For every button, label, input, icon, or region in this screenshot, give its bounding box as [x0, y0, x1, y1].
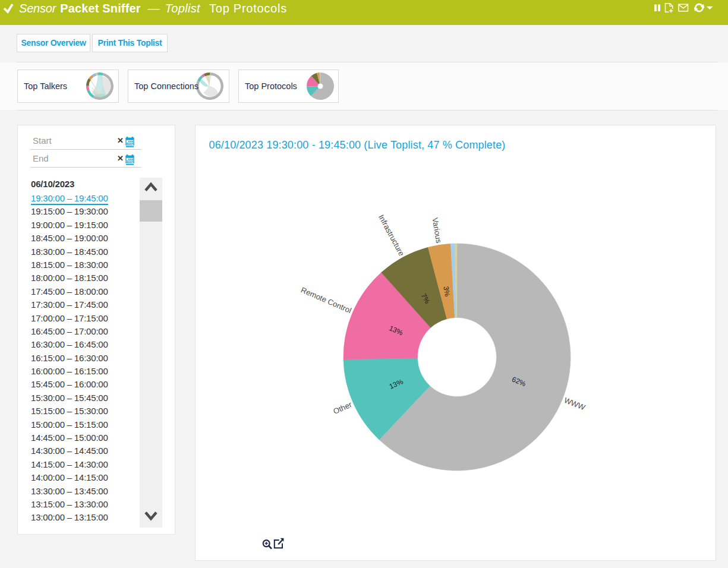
- svg-text:WWW: WWW: [563, 396, 587, 412]
- svg-text:Remote Control: Remote Control: [300, 285, 353, 315]
- svg-text:Infrastructure: Infrastructure: [377, 213, 406, 258]
- svg-text:3%: 3%: [442, 286, 452, 298]
- svg-text:Various: Various: [430, 217, 443, 244]
- svg-text:Other: Other: [332, 400, 353, 416]
